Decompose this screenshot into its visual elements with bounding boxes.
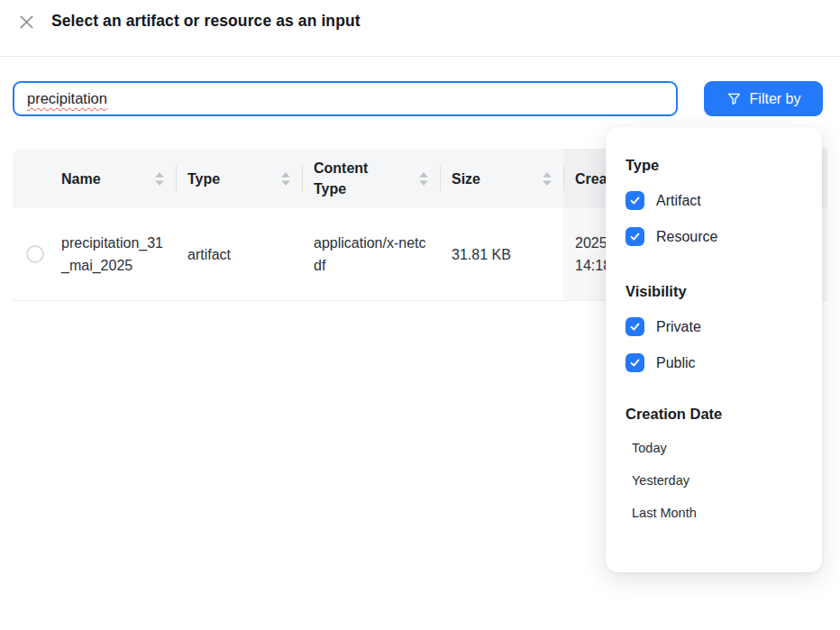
filter-option-private[interactable]: Private [625,317,806,336]
checkbox-checked-icon[interactable] [625,227,644,246]
filter-by-label: Filter by [750,91,801,107]
cell-content-type: application/x-netcdf [302,208,440,300]
close-icon [17,13,36,32]
cell-created-date: 2025 [575,232,607,254]
row-radio-cell [13,208,50,300]
funnel-icon [726,91,742,106]
filter-option-resource[interactable]: Resource [625,227,806,246]
filter-option-label: Artifact [656,193,701,209]
filter-option-yesterday[interactable]: Yesterday [632,473,806,488]
search-input-value: precipitation [27,90,107,107]
filter-option-today[interactable]: Today [632,441,806,455]
filter-option-artifact[interactable]: Artifact [625,191,806,210]
cell-type: artifact [176,208,302,300]
close-button[interactable] [16,12,36,32]
row-radio-button[interactable] [26,245,44,263]
header-divider [0,56,840,57]
filter-section-heading-visibility: Visibility [625,282,806,300]
column-header-label: Name [61,169,101,189]
sort-arrows-icon[interactable] [543,172,552,186]
column-header-type[interactable]: Type [176,149,302,208]
select-input-modal: Select an artifact or resource as an inp… [0,0,840,630]
sort-arrows-icon[interactable] [281,172,290,186]
filter-option-label: Resource [656,229,717,245]
cell-name: precipitation_31_mai_2025 [50,208,176,300]
column-header-label: Content Type [314,158,391,199]
checkbox-checked-icon[interactable] [625,191,644,210]
filter-option-last-month[interactable]: Last Month [632,506,806,520]
radio-column-header [13,149,50,208]
search-input[interactable]: precipitation [13,81,678,116]
column-header-name[interactable]: Name [50,149,176,208]
filter-panel: Type Artifact Resource Visibility Privat… [606,127,822,572]
filter-section-heading-creation-date: Creation Date [625,405,806,423]
filter-option-label: Private [656,319,701,335]
checkbox-checked-icon[interactable] [625,353,644,372]
column-header-content-type[interactable]: Content Type [302,149,440,208]
modal-header: Select an artifact or resource as an inp… [0,0,840,56]
filter-section-heading-type: Type [625,156,806,174]
filter-option-label: Public [656,355,696,371]
sort-arrows-icon[interactable] [419,172,428,186]
column-header-label: Type [187,169,220,189]
modal-title: Select an artifact or resource as an inp… [51,12,361,31]
column-header-label: Size [452,169,480,189]
sort-arrows-icon[interactable] [155,172,164,186]
filter-option-public[interactable]: Public [625,353,806,372]
filter-by-button[interactable]: Filter by [704,81,823,116]
column-header-size[interactable]: Size [440,149,563,208]
cell-size: 31.81 KB [440,208,563,300]
checkbox-checked-icon[interactable] [625,317,644,336]
